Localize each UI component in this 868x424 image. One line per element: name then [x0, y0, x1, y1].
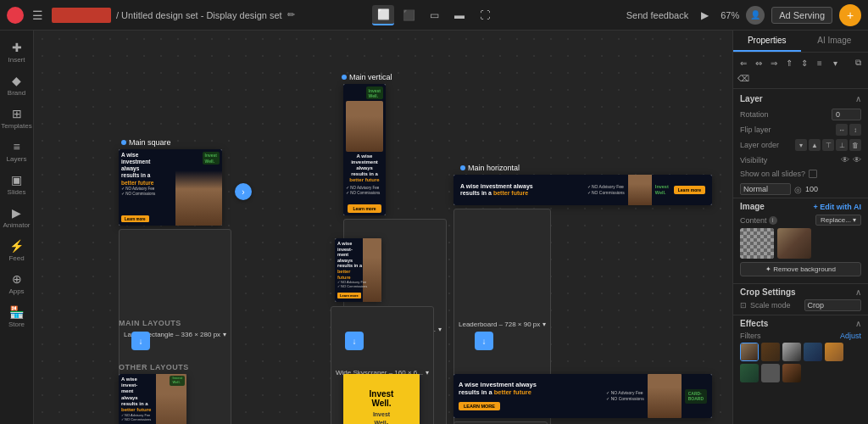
sidebar-item-layers[interactable]: ≡ Layers	[2, 137, 32, 166]
layer-section: Layer ∧ Rotation Flip layer ↔ ↕ Layer or…	[733, 89, 868, 198]
flip-row: Flip layer ↔ ↕	[733, 122, 868, 137]
layer-collapse[interactable]: ∧	[855, 94, 861, 103]
next-arrow[interactable]: ›	[235, 183, 252, 200]
crop-collapse[interactable]: ∧	[855, 287, 861, 297]
download-main-1[interactable]: ↓	[131, 332, 150, 350]
filter-original[interactable]	[740, 343, 759, 361]
image-thumb-1[interactable]	[740, 228, 774, 259]
brand-name-bar	[52, 8, 111, 23]
align-top-btn[interactable]: ⇑	[782, 56, 796, 70]
main-square-unit[interactable]: InvestWell. A wiseinvestmentalwaysresult…	[119, 149, 222, 226]
panel-toolbar: ⇐ ⇔ ⇒ ⇑ ⇕ ≡ ▾ ⧉ ⌫	[733, 53, 868, 89]
filters-label: Filters	[740, 332, 840, 340]
paste-style-btn[interactable]: ⌫	[737, 71, 750, 85]
show-all-row: Show on all slides?	[733, 167, 868, 181]
opacity-icon: ◎	[794, 185, 802, 194]
user-avatar[interactable]: 👤	[746, 6, 765, 25]
edit-icon[interactable]: ✏	[287, 9, 295, 20]
filter-blue[interactable]	[804, 343, 822, 361]
sidebar-item-slides[interactable]: ▣ Slides	[2, 170, 32, 199]
right-panel: Properties AI Image ⇐ ⇔ ⇒ ⇑ ⇕ ≡ ▾ ⧉ ⌫ La…	[732, 31, 868, 424]
image-section-title: Image + Edit with AI	[740, 202, 861, 211]
align-left-btn[interactable]: ⇐	[737, 56, 750, 70]
filter-plain[interactable]	[761, 364, 780, 382]
menu-icon[interactable]: ☰	[29, 7, 47, 24]
main-vertical-unit[interactable]: InvestWell. A wiseinvestmentalwaysresult…	[343, 84, 386, 215]
image-thumb-2[interactable]	[777, 228, 811, 259]
sidebar-item-apps[interactable]: ⊕ Apps	[2, 269, 32, 298]
main-layouts-label: MAIN LAYOUTS	[119, 319, 181, 327]
desktop-format-btn[interactable]: ⬜	[372, 5, 394, 25]
show-all-checkbox[interactable]	[809, 170, 817, 178]
expand-format-btn[interactable]: ⛶	[474, 5, 496, 25]
flip-h-icon[interactable]: ↔	[836, 124, 848, 136]
other-layout-panorama[interactable]: A wise investment alwaysresults in a bet…	[453, 374, 712, 418]
filter-green[interactable]	[740, 364, 759, 382]
play-button[interactable]: ▶	[695, 6, 714, 25]
visibility-toggle[interactable]: 👁	[853, 155, 861, 165]
order-front-icon[interactable]: ⊤	[822, 139, 834, 151]
align-middle-btn[interactable]: ⇕	[798, 56, 811, 70]
main-vertical-label: Main vertical	[342, 73, 392, 81]
blend-mode-select[interactable]: Normal Multiply Screen Overlay	[740, 183, 791, 195]
effects-collapse[interactable]: ∧	[855, 319, 861, 328]
rotation-row: Rotation	[733, 107, 868, 122]
content-label: Content i	[740, 216, 777, 225]
feed-icon: ⚡	[9, 239, 24, 253]
effects-title: Effects	[740, 319, 768, 328]
order-up-icon[interactable]: ▲	[809, 139, 821, 151]
publish-button[interactable]: +	[839, 4, 861, 26]
other-layout-1[interactable]: A wiseinvest-mentalwaysresults in abette…	[119, 374, 186, 424]
other-layouts-label: OTHER LAYOUTS	[119, 363, 189, 371]
app-logo[interactable]	[7, 7, 24, 24]
flip-v-icon[interactable]: ↕	[849, 124, 861, 136]
mobile-format-btn[interactable]: ▭	[423, 5, 445, 25]
order-back-icon[interactable]: ⊥	[836, 139, 848, 151]
edit-with-ai-btn[interactable]: + Edit with AI	[814, 203, 861, 211]
more-align-btn[interactable]: ▾	[828, 56, 842, 70]
sidebar-item-animator[interactable]: ▶ Animator	[2, 203, 32, 232]
banner-format-btn[interactable]: ▬	[448, 5, 470, 25]
align-right-btn[interactable]: ⇒	[767, 56, 781, 70]
align-center-btn[interactable]: ⇔	[752, 56, 765, 70]
tablet-format-btn[interactable]: ⬛	[398, 5, 420, 25]
other-layout-2[interactable]: InvestWell. InvestWell.	[343, 374, 420, 424]
download-main-2[interactable]: ↓	[345, 332, 364, 350]
adjust-button[interactable]: Adjust	[840, 332, 861, 340]
ai-image-tab[interactable]: AI Image	[801, 31, 869, 52]
order-delete-icon[interactable]: 🗑	[849, 139, 861, 151]
format-buttons: ⬜ ⬛ ▭ ▬ ⛶	[372, 5, 496, 25]
filter-bw[interactable]	[782, 343, 801, 361]
ad-serving-button[interactable]: Ad Serving	[771, 7, 832, 24]
replace-button[interactable]: Replace... ▾	[815, 215, 861, 226]
wide-skyscraper-unit[interactable]: A wiseinvest-mentalwaysresults in abette…	[335, 238, 381, 302]
sidebar-item-store[interactable]: 🏪 Store	[2, 302, 32, 332]
filter-tinted[interactable]	[761, 343, 780, 361]
send-feedback-button[interactable]: Send feedback	[626, 10, 688, 20]
sidebar-item-insert[interactable]: ✚ Insert	[2, 37, 32, 67]
scale-select[interactable]: Crop Fit Fill	[804, 299, 862, 311]
remove-bg-button[interactable]: ✦ Remove background	[740, 262, 861, 276]
effects-filters	[740, 343, 861, 382]
sidebar-item-templates[interactable]: ⊞ Templates	[2, 103, 32, 133]
rotation-label: Rotation	[740, 110, 828, 119]
zoom-level: 67%	[721, 10, 739, 20]
main-horizontal-label: Main horizontal	[460, 164, 520, 172]
canvas-area: Main square InvestWell. A wiseinvestment…	[34, 31, 732, 424]
image-section: Image + Edit with AI Content i Replace..…	[733, 198, 868, 283]
copy-style-btn[interactable]: ⧉	[851, 56, 865, 70]
download-main-3[interactable]: ↓	[475, 332, 493, 350]
sidebar-item-brand[interactable]: ◆ Brand	[2, 70, 32, 100]
distribute-btn[interactable]: ≡	[813, 56, 826, 70]
top-bar-right: Send feedback ▶ 67% 👤 Ad Serving +	[501, 4, 861, 26]
filter-extra[interactable]	[782, 364, 801, 382]
sidebar-item-feed[interactable]: ⚡ Feed	[2, 236, 32, 265]
properties-tab[interactable]: Properties	[733, 31, 801, 52]
eye-icon[interactable]: 👁	[841, 155, 849, 165]
main-horizontal-unit[interactable]: A wise investment alwaysresults in a bet…	[453, 175, 712, 205]
rotation-input[interactable]	[832, 109, 861, 120]
filter-warm[interactable]	[825, 343, 843, 361]
scale-icon: ⊡	[740, 301, 747, 310]
content-info-icon[interactable]: i	[769, 216, 777, 225]
order-down-icon[interactable]: ▾	[795, 139, 807, 151]
